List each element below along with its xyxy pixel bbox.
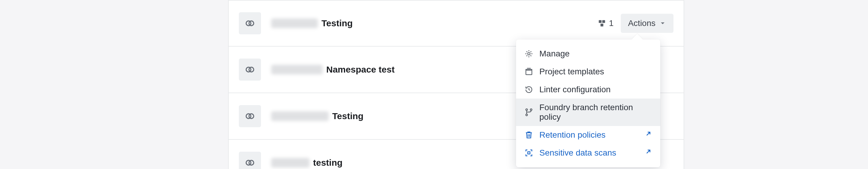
svg-point-13 <box>526 109 528 111</box>
project-name-label: Testing <box>332 111 363 121</box>
menu-item-label: Foundry branch retention policy <box>539 103 652 122</box>
boxes-icon <box>598 19 606 28</box>
templates-icon <box>524 67 533 76</box>
menu-item-label: Sensitive data scans <box>539 148 616 158</box>
project-name: Testing <box>271 18 352 28</box>
project-list: Testing 1 Actions Namespace test Testing <box>228 0 684 169</box>
external-link-icon <box>644 148 652 158</box>
chevron-down-icon <box>659 20 666 27</box>
menu-item-foundry-branch-retention-policy[interactable]: Foundry branch retention policy <box>516 98 660 126</box>
trash-icon <box>524 130 533 139</box>
project-name: Testing <box>271 111 363 121</box>
svg-rect-16 <box>528 152 530 154</box>
actions-button[interactable]: Actions <box>621 14 674 33</box>
menu-item-project-templates[interactable]: Project templates <box>516 63 660 81</box>
actions-button-label: Actions <box>628 18 655 28</box>
project-name-label: testing <box>313 158 342 168</box>
scan-icon <box>524 149 533 157</box>
dependency-count-value: 1 <box>609 18 614 28</box>
external-link-icon <box>644 130 652 140</box>
redacted-text <box>271 158 309 168</box>
link-icon <box>239 105 261 127</box>
svg-rect-12 <box>526 70 532 75</box>
menu-item-retention-policies[interactable]: Retention policies <box>516 126 660 144</box>
history-icon <box>524 85 533 94</box>
redacted-text <box>271 111 329 121</box>
project-name: testing <box>271 158 342 168</box>
menu-item-label: Manage <box>539 49 569 58</box>
redacted-text <box>271 18 318 28</box>
menu-item-sensitive-data-scans[interactable]: Sensitive data scans <box>516 144 660 162</box>
svg-point-11 <box>528 52 530 55</box>
project-name: Namespace test <box>271 65 395 75</box>
actions-menu: Manage Project templates Linter configur… <box>516 39 660 167</box>
project-name-label: Namespace test <box>326 65 395 75</box>
menu-item-label: Project templates <box>539 67 604 77</box>
link-icon <box>239 152 261 169</box>
svg-point-14 <box>530 109 532 111</box>
link-icon <box>239 58 261 81</box>
link-icon <box>239 12 261 34</box>
menu-item-manage[interactable]: Manage <box>516 45 660 63</box>
redacted-text <box>271 65 323 74</box>
menu-item-label: Linter configuration <box>539 85 611 94</box>
svg-rect-3 <box>602 20 605 23</box>
menu-item-linter-configuration[interactable]: Linter configuration <box>516 81 660 98</box>
menu-item-label: Retention policies <box>539 130 606 140</box>
dependency-count: 1 <box>598 18 614 28</box>
gear-icon <box>524 49 533 58</box>
svg-rect-2 <box>599 20 601 23</box>
svg-rect-4 <box>600 24 603 26</box>
branch-icon <box>524 108 533 117</box>
svg-point-15 <box>526 114 528 116</box>
project-name-label: Testing <box>321 18 352 28</box>
